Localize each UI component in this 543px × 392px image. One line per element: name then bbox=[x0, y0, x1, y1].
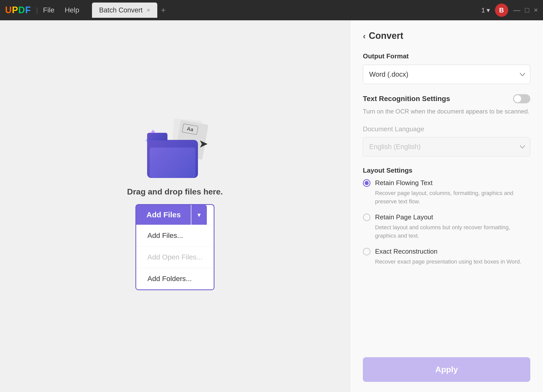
radio-retain-page-desc: Detect layout and columns but only recov… bbox=[363, 223, 530, 240]
menu-help[interactable]: Help bbox=[65, 6, 79, 14]
radio-exact-reconstruction-desc: Recover exact page presentation using te… bbox=[363, 257, 530, 266]
add-files-btn-row: Add Files ▾ bbox=[136, 205, 213, 225]
output-format-select[interactable]: Word (.docx) bbox=[363, 65, 530, 84]
window-controls: — □ × bbox=[513, 6, 538, 14]
dropdown-add-files[interactable]: Add Files... bbox=[136, 225, 213, 246]
tab-bar: Batch Convert × + bbox=[92, 3, 476, 18]
radio-exact-reconstruction-label: Exact Reconstruction bbox=[375, 248, 438, 255]
layout-radio-group: Retain Flowing Text Recover page layout,… bbox=[363, 179, 530, 266]
radio-retain-page-btn[interactable] bbox=[363, 214, 370, 221]
radio-retain-page-label: Retain Page Layout bbox=[375, 213, 433, 221]
titlebar: UPDF | File Help Batch Convert × + 1 ▾ B… bbox=[0, 0, 543, 20]
right-panel: ‹ Convert Output Format Word (.docx) Tex… bbox=[350, 20, 543, 392]
radio-exact-reconstruction-btn[interactable] bbox=[363, 248, 370, 255]
document-language-select: English (English) bbox=[363, 137, 530, 156]
maximize-button[interactable]: □ bbox=[525, 6, 529, 14]
paper-text: Aa bbox=[182, 123, 198, 135]
app-logo: UPDF bbox=[5, 5, 31, 15]
text-recognition-label: Text Recognition Settings bbox=[363, 95, 450, 103]
tab-close-icon[interactable]: × bbox=[147, 7, 150, 14]
apply-button[interactable]: Apply bbox=[363, 357, 530, 382]
close-button[interactable]: × bbox=[534, 6, 538, 14]
radio-retain-flowing-label: Retain Flowing Text bbox=[375, 179, 432, 187]
radio-retain-flowing-desc: Recover page layout, columns, formatting… bbox=[363, 189, 530, 206]
drop-zone: ✦ ✦ Aa ➤ Drag and drop files here. Add F… bbox=[0, 20, 350, 392]
titlebar-divider: | bbox=[36, 6, 38, 14]
document-language-label: Document Language bbox=[363, 125, 530, 133]
back-button[interactable]: ‹ Convert bbox=[363, 30, 530, 41]
add-files-button[interactable]: Add Files bbox=[136, 205, 191, 225]
menu-file[interactable]: File bbox=[43, 6, 54, 14]
text-recognition-row: Text Recognition Settings bbox=[363, 94, 530, 103]
titlebar-right: 1 ▾ B — □ × bbox=[481, 4, 538, 17]
tab-add-icon[interactable]: + bbox=[161, 6, 166, 15]
radio-retain-flowing: Retain Flowing Text Recover page layout,… bbox=[363, 179, 530, 206]
minimize-button[interactable]: — bbox=[513, 6, 520, 14]
add-files-dropdown-button[interactable]: ▾ bbox=[191, 205, 207, 225]
text-recognition-desc: Turn on the OCR when the document appear… bbox=[363, 107, 530, 116]
drop-illustration: ✦ ✦ Aa ➤ bbox=[142, 122, 208, 178]
drag-drop-text: Drag and drop files here. bbox=[127, 187, 223, 197]
titlebar-menu: File Help bbox=[43, 6, 79, 14]
dropdown-add-open-files: Add Open Files... bbox=[136, 246, 213, 268]
avatar[interactable]: B bbox=[495, 4, 508, 17]
output-format-label: Output Format bbox=[363, 52, 530, 60]
dropdown-menu: Add Files... Add Open Files... Add Folde… bbox=[136, 225, 213, 289]
radio-retain-page: Retain Page Layout Detect layout and col… bbox=[363, 213, 530, 240]
tab-label: Batch Convert bbox=[99, 6, 143, 14]
dropdown-add-folders[interactable]: Add Folders... bbox=[136, 268, 213, 289]
batch-convert-tab[interactable]: Batch Convert × bbox=[92, 3, 157, 18]
add-files-container: Add Files ▾ Add Files... Add Open Files.… bbox=[135, 204, 214, 290]
cursor-icon: ➤ bbox=[199, 137, 208, 150]
radio-exact-reconstruction: Exact Reconstruction Recover exact page … bbox=[363, 248, 530, 266]
main-content: ✦ ✦ Aa ➤ Drag and drop files here. Add F… bbox=[0, 20, 543, 392]
text-recognition-toggle[interactable] bbox=[513, 94, 530, 103]
panel-title: Convert bbox=[369, 30, 403, 41]
layout-settings-label: Layout Settings bbox=[363, 167, 530, 174]
back-arrow-icon: ‹ bbox=[363, 31, 366, 41]
radio-retain-flowing-btn[interactable] bbox=[363, 179, 370, 187]
window-count: 1 ▾ bbox=[481, 6, 490, 14]
folder-front bbox=[150, 148, 195, 178]
